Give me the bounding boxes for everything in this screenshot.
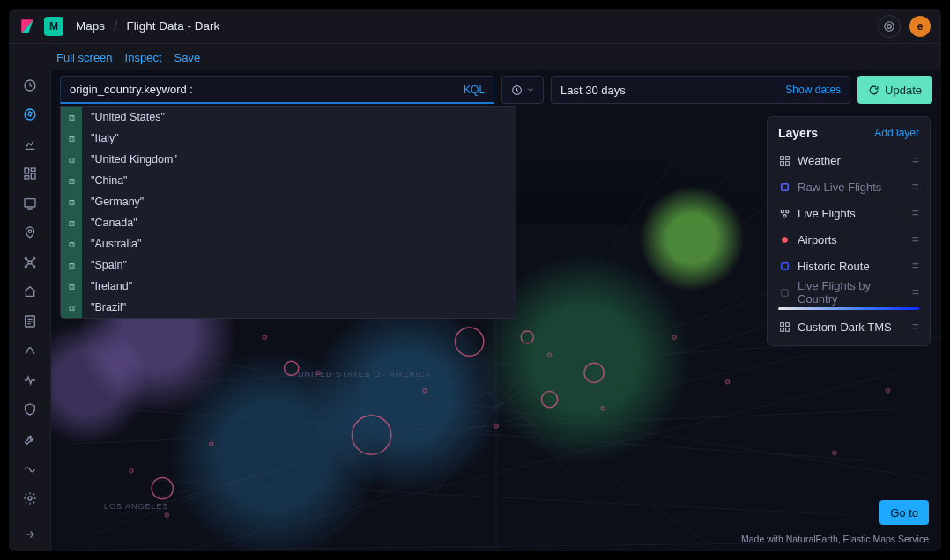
user-avatar[interactable]: e xyxy=(909,16,931,37)
newsfeed-icon[interactable] xyxy=(878,15,901,38)
autocomplete-option-text: "Spain" xyxy=(82,259,127,271)
query-language-toggle[interactable]: KQL xyxy=(455,84,494,96)
fullscreen-link[interactable]: Full screen xyxy=(56,51,113,64)
autocomplete-option[interactable]: ⧈"Germany" xyxy=(61,191,516,212)
layer-drag-handle-icon[interactable]: = xyxy=(912,180,919,194)
svg-rect-60 xyxy=(785,161,789,165)
layer-drag-handle-icon[interactable]: = xyxy=(912,320,919,334)
nav-siem-icon[interactable] xyxy=(17,399,43,422)
nav-logs-icon[interactable] xyxy=(17,310,43,333)
svg-point-37 xyxy=(584,363,604,382)
nav-monitoring-icon[interactable] xyxy=(17,458,43,481)
autocomplete-option[interactable]: ⧈"Australia" xyxy=(61,233,516,254)
nav-canvas-icon[interactable] xyxy=(17,192,43,215)
nav-uptime-icon[interactable] xyxy=(17,369,43,392)
nav-management-icon[interactable] xyxy=(17,487,43,510)
autocomplete-option[interactable]: ⧈"Spain" xyxy=(61,254,516,276)
layer-row[interactable]: Live Flights by Country= xyxy=(768,279,930,306)
time-quick-select[interactable] xyxy=(501,76,544,104)
layer-type-icon xyxy=(778,321,790,333)
nav-maps-icon[interactable] xyxy=(17,222,43,245)
nav-apm-icon[interactable] xyxy=(17,340,43,363)
map-label-country: UNITED STATES OF AMERICA xyxy=(298,370,432,379)
autocomplete-option[interactable]: ⧈"Ireland" xyxy=(61,276,516,297)
time-range[interactable]: Last 30 days Show dates xyxy=(551,76,850,104)
svg-point-35 xyxy=(456,328,484,356)
layer-name: Custom Dark TMS xyxy=(798,321,892,334)
autocomplete-type-icon: ⧈ xyxy=(61,191,82,212)
layer-row[interactable]: Weather= xyxy=(768,147,930,173)
autocomplete-option[interactable]: ⧈"Canada" xyxy=(61,212,516,233)
svg-point-49 xyxy=(726,379,730,383)
layer-drag-handle-icon[interactable]: = xyxy=(912,232,919,247)
autocomplete-option[interactable]: ⧈"United States" xyxy=(61,107,516,128)
autocomplete-option-text: "Canada" xyxy=(82,217,137,229)
autocomplete-option[interactable]: ⧈"Italy" xyxy=(61,128,516,149)
layer-drag-handle-icon[interactable]: = xyxy=(912,206,919,220)
layer-gradient-legend xyxy=(778,307,919,310)
svg-point-18 xyxy=(28,497,32,500)
svg-rect-9 xyxy=(25,176,29,179)
layer-name: Airports xyxy=(798,233,837,247)
layer-row[interactable]: Airports= xyxy=(768,226,930,253)
nav-devtools-icon[interactable] xyxy=(17,428,43,451)
layer-row[interactable]: Raw Live Flights= xyxy=(768,173,930,200)
svg-point-47 xyxy=(601,407,605,410)
autocomplete-type-icon: ⧈ xyxy=(61,128,82,149)
autocomplete-type-icon: ⧈ xyxy=(61,149,82,170)
space-selector[interactable]: M xyxy=(44,17,63,36)
query-input[interactable] xyxy=(61,83,455,96)
svg-rect-61 xyxy=(781,183,788,190)
save-link[interactable]: Save xyxy=(174,51,201,64)
nav-discover-icon[interactable] xyxy=(17,104,43,127)
svg-rect-67 xyxy=(781,289,788,296)
layer-drag-handle-icon[interactable]: = xyxy=(912,285,919,299)
layer-row[interactable]: Custom Dark TMS= xyxy=(768,313,930,340)
app-header: M Maps / Flight Data - Dark e xyxy=(9,9,941,44)
autocomplete-option-text: "United States" xyxy=(82,111,165,123)
svg-rect-70 xyxy=(780,328,783,331)
nav-dashboard-icon[interactable] xyxy=(17,163,43,186)
layer-type-icon xyxy=(778,154,790,166)
layer-name: Weather xyxy=(798,154,841,167)
layer-drag-handle-icon[interactable]: = xyxy=(912,259,919,273)
nav-infra-icon[interactable] xyxy=(17,281,43,304)
nav-collapse-icon[interactable] xyxy=(17,524,43,547)
svg-point-48 xyxy=(672,335,676,339)
add-layer-link[interactable]: Add layer xyxy=(874,127,919,139)
svg-point-36 xyxy=(521,331,533,343)
svg-point-51 xyxy=(210,442,213,446)
layer-type-icon xyxy=(778,233,790,246)
autocomplete-option-text: "Australia" xyxy=(82,238,142,250)
breadcrumb-app[interactable]: Maps xyxy=(76,19,105,33)
layer-type-icon xyxy=(778,286,790,298)
inspect-link[interactable]: Inspect xyxy=(125,51,162,64)
layers-title: Layers xyxy=(778,126,818,140)
layer-type-icon xyxy=(778,207,790,219)
nav-visualize-icon[interactable] xyxy=(17,133,43,156)
layer-row[interactable]: Historic Route= xyxy=(768,253,930,279)
nav-ml-icon[interactable] xyxy=(17,251,43,274)
svg-point-55 xyxy=(886,389,889,393)
layer-name: Live Flights by Country xyxy=(798,279,905,306)
svg-rect-59 xyxy=(780,161,783,165)
autocomplete-option[interactable]: ⧈"China" xyxy=(61,170,516,191)
autocomplete-option-text: "Italy" xyxy=(82,132,119,144)
breadcrumb-page[interactable]: Flight Data - Dark xyxy=(126,19,219,33)
autocomplete-option[interactable]: ⧈"Brazil" xyxy=(61,297,516,318)
update-button[interactable]: Update xyxy=(857,76,932,104)
kibana-logo-icon[interactable] xyxy=(19,18,35,34)
svg-point-38 xyxy=(542,392,558,408)
autocomplete-type-icon: ⧈ xyxy=(61,276,82,297)
layer-drag-handle-icon[interactable]: = xyxy=(912,153,919,167)
svg-rect-6 xyxy=(25,168,29,173)
nav-recent-icon[interactable] xyxy=(17,74,43,97)
autocomplete-type-icon: ⧈ xyxy=(61,107,82,128)
autocomplete-option[interactable]: ⧈"United Kingdom" xyxy=(61,149,516,170)
svg-rect-10 xyxy=(25,198,35,206)
layer-row[interactable]: Live Flights= xyxy=(768,200,930,226)
top-actions: Full screen Inspect Save xyxy=(9,44,941,70)
show-dates-link[interactable]: Show dates xyxy=(785,84,841,96)
svg-rect-66 xyxy=(781,262,788,269)
goto-button[interactable]: Go to xyxy=(879,500,929,525)
